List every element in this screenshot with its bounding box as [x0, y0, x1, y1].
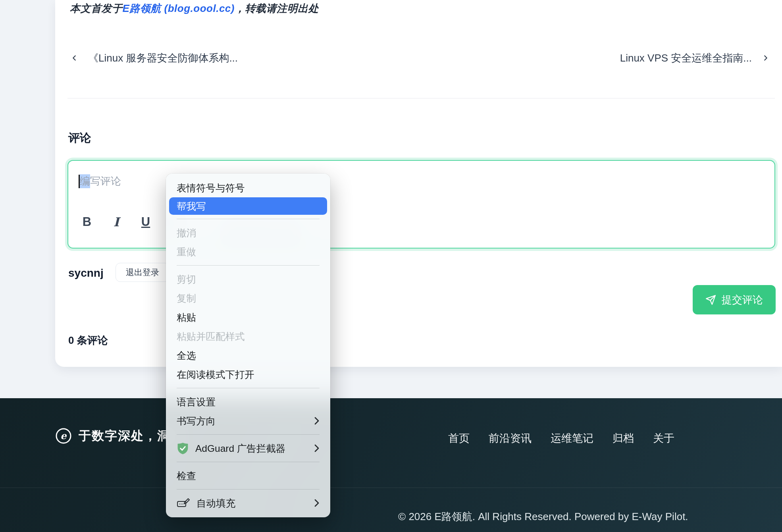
menu-item-paste[interactable]: 粘贴: [166, 308, 330, 327]
submenu-chevron-icon: [314, 499, 320, 507]
comment-count: 0 条评论: [68, 333, 108, 347]
menu-item-open-reader-mode[interactable]: 在阅读模式下打开: [166, 365, 330, 384]
context-menu: 表情符号与符号 帮我写 撤消 重做 剪切 复制 粘贴 粘贴并匹配样式 全选 在阅…: [166, 173, 330, 517]
copyright-text: © 2026 E路领航. All Rights Reserved. Powere…: [398, 510, 688, 524]
menu-item-language-settings[interactable]: 语言设置: [166, 392, 330, 411]
site-logo-icon: e: [55, 428, 72, 444]
footer-nav: 首页 前沿资讯 运维笔记 归档 关于: [448, 431, 674, 445]
prev-post-link[interactable]: 《Linux 服务器安全防御体系构...: [70, 51, 238, 65]
attribution-suffix: ，转载请注明出处: [235, 2, 319, 14]
menu-item-select-all[interactable]: 全选: [166, 346, 330, 365]
footer-nav-news[interactable]: 前沿资讯: [489, 431, 532, 445]
menu-item-redo: 重做: [166, 242, 330, 261]
paper-plane-icon: [705, 295, 716, 305]
prev-post-title: 《Linux 服务器安全防御体系构...: [88, 51, 238, 65]
footer-divider: [0, 488, 782, 488]
menu-item-writing-direction[interactable]: 书写方向: [166, 411, 330, 430]
menu-item-undo: 撤消: [166, 223, 330, 242]
menu-separator: [177, 489, 320, 490]
underline-button[interactable]: U: [139, 215, 152, 229]
submenu-chevron-icon: [314, 444, 320, 453]
autofill-icon: [177, 497, 190, 509]
bold-button[interactable]: B: [80, 215, 94, 229]
adguard-shield-icon: [177, 442, 189, 455]
submit-comment-button[interactable]: 提交评论: [693, 285, 776, 314]
footer-nav-ops-notes[interactable]: 运维笔记: [551, 431, 593, 445]
main-card: 本文首发于E路领航 (blog.oool.cc)，转载请注明出处 《Linux …: [55, 0, 782, 367]
menu-separator: [177, 388, 320, 388]
menu-item-inspect[interactable]: 检查: [166, 466, 330, 485]
section-divider: [67, 98, 775, 98]
placeholder-rest: 写评论: [90, 174, 121, 188]
next-post-link[interactable]: Linux VPS 安全运维全指南...: [620, 51, 770, 65]
menu-item-cut: 剪切: [166, 270, 330, 289]
italic-button[interactable]: I: [110, 215, 123, 229]
menu-separator: [177, 265, 320, 266]
post-navigation: 《Linux 服务器安全防御体系构... Linux VPS 安全运维全指南..…: [70, 48, 770, 67]
selected-char: 编: [80, 174, 90, 188]
submit-comment-label: 提交评论: [722, 293, 763, 307]
menu-item-copy: 复制: [166, 289, 330, 308]
menu-item-paste-match-style: 粘贴并匹配样式: [166, 327, 330, 346]
footer-nav-archive[interactable]: 归档: [613, 431, 634, 445]
logged-in-username: sycnnj: [68, 267, 104, 279]
menu-item-emoji[interactable]: 表情符号与符号: [166, 178, 330, 197]
footer-nav-about[interactable]: 关于: [653, 431, 674, 445]
svg-text:e: e: [60, 430, 67, 441]
menu-separator: [177, 434, 320, 435]
site-footer: e 于数字深处，洞 首页 前沿资讯 运维笔记 归档 关于 © 2026 E路领航…: [0, 398, 782, 532]
comment-placeholder: 编写评论: [79, 174, 121, 188]
attribution-note: 本文首发于E路领航 (blog.oool.cc)，转载请注明出处: [70, 2, 319, 15]
attribution-prefix: 本文首发于: [70, 2, 123, 14]
menu-separator: [177, 219, 320, 219]
footer-brand: e 于数字深处，洞: [55, 428, 170, 444]
chevron-right-icon: [761, 52, 770, 64]
chevron-left-icon: [70, 52, 79, 64]
next-post-title: Linux VPS 安全运维全指南...: [620, 51, 752, 65]
page: 本文首发于E路领航 (blog.oool.cc)，转载请注明出处 《Linux …: [0, 0, 782, 532]
logout-button[interactable]: 退出登录: [116, 263, 169, 282]
comments-heading: 评论: [68, 130, 91, 146]
submenu-chevron-icon: [314, 416, 320, 425]
menu-separator: [177, 462, 320, 462]
menu-item-help-me-write[interactable]: 帮我写: [169, 197, 327, 215]
attribution-link[interactable]: E路领航 (blog.oool.cc): [123, 2, 235, 14]
menu-item-adguard[interactable]: AdGuard 广告拦截器: [166, 439, 330, 458]
menu-item-autofill[interactable]: 自动填充: [166, 493, 330, 513]
footer-nav-home[interactable]: 首页: [448, 431, 470, 445]
footer-slogan: 于数字深处，洞: [79, 428, 170, 444]
